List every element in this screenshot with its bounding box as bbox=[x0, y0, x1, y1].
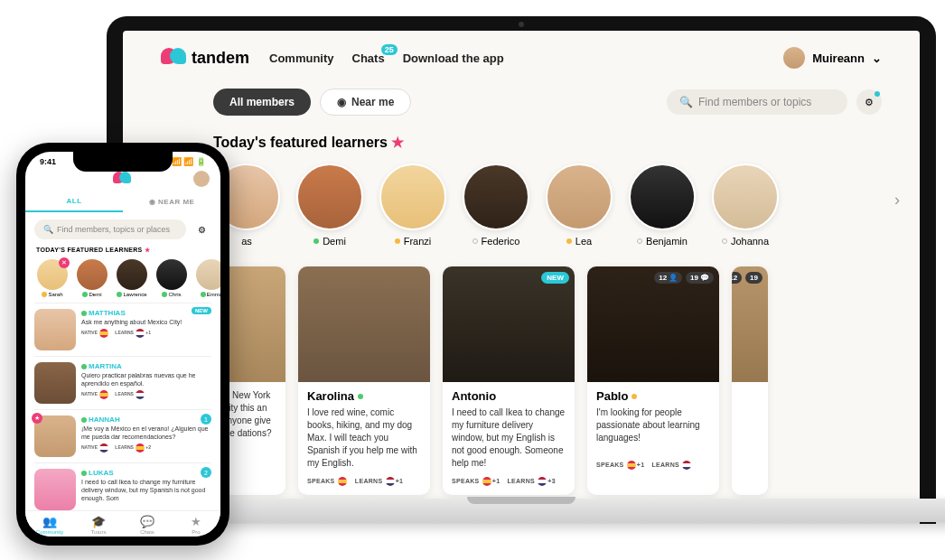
toolbar: All members ◉ Near me 🔍 Find members or … bbox=[161, 89, 882, 116]
nav-community[interactable]: Community bbox=[269, 51, 334, 65]
card-desc: I need to call Ikea to change my furnitu… bbox=[452, 406, 566, 470]
msg-chip: 19 💬 bbox=[686, 272, 714, 284]
list-item[interactable]: MATTHIAS Ask me anything about Mexico Ci… bbox=[34, 303, 211, 356]
user-name: Muireann bbox=[812, 51, 865, 65]
pill-near-me[interactable]: ◉ Near me bbox=[320, 89, 411, 116]
section-title: Today's featured learners ★ bbox=[161, 134, 882, 151]
logo[interactable]: tandem bbox=[161, 48, 249, 68]
message-badge: 1 bbox=[201, 414, 211, 425]
list-item[interactable]: ★ HANNAH ¡Me voy a México en el verano! … bbox=[34, 409, 211, 462]
location-icon: ◉ bbox=[337, 96, 346, 108]
card-desc: I'm looking for people passionate about … bbox=[596, 406, 710, 453]
logo-text: tandem bbox=[192, 49, 249, 68]
featured-item[interactable]: Johanna bbox=[712, 163, 779, 247]
nav-community[interactable]: 👥Community bbox=[25, 515, 74, 535]
chats-badge: 25 bbox=[381, 44, 398, 55]
pill-near-label: Near me bbox=[351, 96, 394, 108]
chevron-right-icon[interactable]: › bbox=[894, 191, 900, 210]
star-icon: ★ bbox=[172, 515, 220, 528]
featured-row: ✕Sarah Demi Lawrence Chris Emma bbox=[25, 256, 220, 303]
member-card[interactable]: NEW Antonio I need to call Ikea to chang… bbox=[443, 266, 575, 495]
featured-item[interactable]: Lea bbox=[546, 163, 613, 247]
card-name: Pablo bbox=[596, 389, 628, 403]
filter-button[interactable]: ⚙ bbox=[192, 219, 211, 239]
tab-near-me[interactable]: ◉NEAR ME bbox=[123, 191, 220, 212]
header: tandem Community Chats 25 Download the a… bbox=[161, 47, 882, 69]
sliders-icon: ⚙ bbox=[198, 225, 206, 235]
member-list: MATTHIAS Ask me anything about Mexico Ci… bbox=[25, 303, 220, 516]
member-card[interactable]: 1219 bbox=[732, 266, 768, 495]
bottom-nav: 👥Community 🎓Tutors 💬Chats ★Pro bbox=[25, 510, 220, 537]
search-icon: 🔍 bbox=[679, 96, 693, 108]
nav-tutors[interactable]: 🎓Tutors bbox=[74, 515, 123, 535]
location-icon: ◉ bbox=[149, 198, 156, 206]
nav-chats[interactable]: 💬Chats bbox=[123, 515, 172, 535]
nav-download[interactable]: Download the app bbox=[403, 51, 504, 65]
nav-pro[interactable]: ★Pro bbox=[172, 515, 220, 535]
pill-all-members[interactable]: All members bbox=[213, 89, 311, 116]
featured-item[interactable]: Lawrence bbox=[114, 259, 150, 297]
star-icon: ★ bbox=[32, 413, 42, 424]
card-langs: SPEAKS +1LEARNS +3 bbox=[452, 477, 566, 486]
search-input[interactable]: 🔍 Find members or topics bbox=[667, 89, 847, 115]
status-time: 9:41 bbox=[40, 157, 56, 166]
card-desc: I love red wine, comic books, hiking, an… bbox=[307, 406, 421, 470]
list-item[interactable]: MARTINA Quiero practicar palabras nuevas… bbox=[34, 356, 211, 409]
card-langs: SPEAKS +1LEARNS bbox=[596, 461, 710, 470]
logo-icon[interactable] bbox=[113, 172, 133, 186]
new-badge: NEW bbox=[541, 272, 569, 284]
message-badge: 2 bbox=[201, 467, 211, 478]
search-placeholder: Find members, topics or places bbox=[57, 225, 170, 234]
avatar[interactable] bbox=[193, 171, 210, 187]
list-item[interactable]: LUKAS I need to call Ikea to change my f… bbox=[34, 462, 211, 516]
phone-mockup: 9:41 📶 📶 🔋 ALL ◉NEAR ME 🔍Find members, t… bbox=[16, 143, 229, 546]
tab-all[interactable]: ALL bbox=[25, 191, 123, 212]
member-card[interactable]: 12 👤19 💬 Pablo I'm looking for people pa… bbox=[587, 266, 719, 495]
user-menu[interactable]: Muireann ⌄ bbox=[783, 47, 882, 69]
cards-row: to New York City this an anyone give me … bbox=[161, 266, 882, 495]
featured-item[interactable]: Chris bbox=[154, 259, 190, 297]
card-langs: SPEAKS LEARNS +1 bbox=[307, 477, 421, 486]
search-input[interactable]: 🔍Find members, topics or places bbox=[34, 219, 186, 239]
graduation-icon: 🎓 bbox=[74, 515, 123, 528]
status-icons: 📶 📶 🔋 bbox=[172, 157, 206, 166]
star-icon: ★ bbox=[391, 135, 404, 150]
card-name: Antonio bbox=[452, 389, 496, 403]
featured-item[interactable]: Emma bbox=[193, 259, 220, 297]
chat-icon: 💬 bbox=[123, 515, 172, 528]
featured-item[interactable]: Federico bbox=[463, 163, 529, 247]
sliders-icon: ⚙ bbox=[865, 97, 874, 108]
logo-icon bbox=[161, 48, 188, 68]
featured-item[interactable]: ✕Sarah bbox=[34, 259, 70, 297]
nav-chats[interactable]: Chats 25 bbox=[352, 51, 385, 65]
search-icon: 🔍 bbox=[43, 225, 53, 234]
featured-item[interactable]: Demi bbox=[296, 163, 363, 247]
search-placeholder: Find members or topics bbox=[698, 96, 811, 108]
member-card[interactable]: Karolina I love red wine, comic books, h… bbox=[298, 266, 430, 495]
featured-item[interactable]: Demi bbox=[74, 259, 110, 297]
avatar bbox=[783, 47, 805, 69]
featured-item[interactable]: Franzi bbox=[379, 163, 446, 247]
featured-item[interactable]: Benjamin bbox=[629, 163, 696, 247]
close-icon: ✕ bbox=[59, 257, 70, 268]
featured-row: as Demi Franzi Federico Lea Benjamin Joh… bbox=[161, 163, 882, 247]
section-title: TODAY'S FEATURED LEARNERS ★ bbox=[25, 245, 220, 256]
card-name: Karolina bbox=[307, 389, 354, 403]
filter-button[interactable]: ⚙ bbox=[856, 89, 882, 115]
chevron-down-icon: ⌄ bbox=[872, 51, 882, 65]
card-desc: to New York City this an anyone give me … bbox=[222, 389, 276, 440]
new-badge: NEW bbox=[192, 307, 211, 314]
nav-chats-label: Chats bbox=[352, 51, 385, 65]
ref-chip: 12 👤 bbox=[654, 272, 682, 284]
people-icon: 👥 bbox=[25, 515, 74, 528]
